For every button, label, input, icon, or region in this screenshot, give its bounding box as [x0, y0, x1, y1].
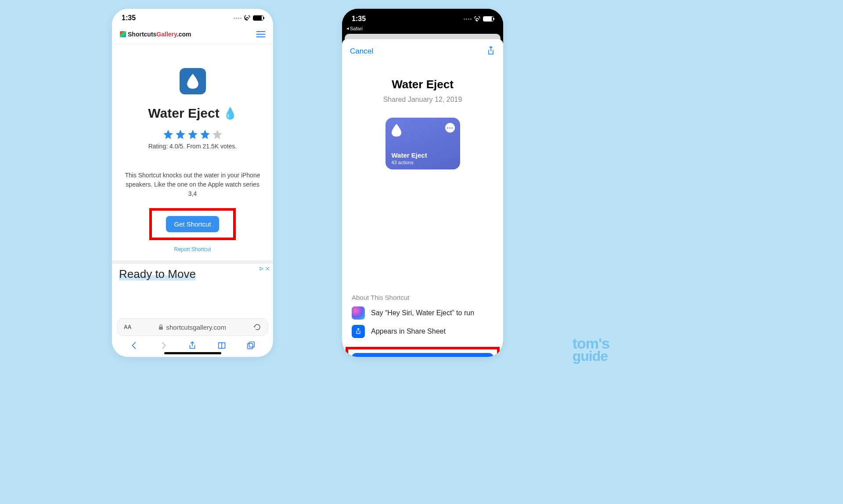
url-display: shortcutsgallery.com — [131, 324, 253, 331]
forward-button — [159, 341, 168, 352]
text-size-button[interactable]: AA — [124, 324, 131, 330]
star-rating[interactable] — [120, 129, 265, 140]
wifi-icon — [244, 15, 251, 21]
reload-icon[interactable] — [253, 323, 261, 331]
star-icon — [175, 129, 186, 140]
status-bar: 1:35 — [112, 9, 273, 25]
site-header: ShortcutsGallery.com — [112, 25, 273, 44]
back-app-label: Safari — [350, 26, 363, 31]
rating-text: Rating: 4.0/5. From 21.5K votes. — [120, 143, 265, 150]
phone-right: 1:35 ◂ Safari Cancel Water Eject Shared … — [342, 9, 503, 357]
more-icon[interactable] — [445, 123, 455, 133]
page-title-text: Water Eject — [148, 106, 219, 121]
share-button[interactable] — [486, 45, 495, 58]
modal-sheet: Cancel Water Eject Shared January 12, 20… — [342, 39, 503, 357]
cellular-dots-icon — [464, 18, 472, 20]
drop-emoji-icon: 💧 — [223, 107, 237, 120]
siri-text: Say “Hey Siri, Water Eject” to run — [371, 309, 474, 317]
tabs-button[interactable] — [246, 341, 256, 352]
modal-header: Cancel — [342, 39, 503, 62]
status-icons — [234, 15, 263, 21]
siri-icon — [352, 306, 365, 320]
watermark: tom's guide — [573, 337, 609, 363]
ad-section: Ready to Move — [112, 260, 273, 281]
water-drop-icon — [187, 74, 198, 89]
bookmarks-button[interactable] — [217, 341, 227, 352]
star-icon — [162, 129, 174, 140]
svg-rect-3 — [249, 342, 254, 347]
star-icon — [199, 129, 211, 140]
main-content: Water Eject 💧 Rating: 4.0/5. From 21.5K … — [112, 44, 273, 252]
back-chevron-icon: ◂ — [346, 25, 349, 31]
star-icon — [187, 129, 198, 140]
app-icon — [180, 68, 206, 94]
status-time: 1:35 — [122, 14, 136, 22]
phone-left: 1:35 ShortcutsGallery.com Water Eject 💧 — [112, 9, 273, 357]
about-section: About This Shortcut Say “Hey Siri, Water… — [342, 294, 503, 343]
share-sheet-icon — [352, 325, 365, 338]
cellular-dots-icon — [234, 18, 241, 19]
ad-title[interactable]: Ready to Move — [119, 267, 196, 281]
card-title: Water Eject — [392, 151, 427, 159]
menu-icon[interactable] — [256, 31, 265, 37]
battery-icon — [253, 15, 263, 21]
about-label: About This Shortcut — [352, 294, 494, 301]
svg-rect-1 — [159, 327, 163, 330]
svg-rect-2 — [248, 343, 253, 349]
safari-address-bar[interactable]: AA shortcutsgallery.com — [117, 318, 268, 336]
cancel-button[interactable]: Cancel — [350, 47, 373, 56]
wifi-icon — [474, 16, 481, 22]
page-title: Water Eject 💧 — [120, 106, 265, 121]
shortcut-title: Water Eject — [353, 78, 493, 91]
site-name: ShortcutsGallery.com — [128, 31, 191, 38]
share-button[interactable] — [187, 341, 197, 352]
status-icons — [464, 16, 494, 22]
svg-point-4 — [476, 20, 478, 21]
status-time: 1:35 — [352, 15, 366, 23]
card-subtitle: 43 actions — [392, 160, 414, 165]
home-indicator[interactable] — [164, 352, 221, 354]
lock-icon — [159, 324, 163, 330]
star-icon — [212, 129, 223, 140]
modal-body: Water Eject Shared January 12, 2019 Wate… — [342, 78, 503, 169]
ad-close-icon — [265, 266, 270, 271]
battery-icon — [483, 16, 494, 22]
shortcut-card[interactable]: Water Eject 43 actions — [385, 118, 460, 169]
status-bar: 1:35 — [342, 9, 503, 25]
get-shortcut-button[interactable]: Get Shortcut — [166, 216, 219, 232]
shared-date: Shared January 12, 2019 — [353, 96, 493, 104]
highlight-box: Get Shortcut — [149, 208, 235, 240]
svg-point-0 — [246, 19, 248, 20]
report-shortcut-link[interactable]: Report Shortcut — [120, 246, 265, 252]
ad-play-icon — [259, 266, 263, 271]
logo-mark-icon — [120, 31, 126, 37]
back-button[interactable] — [130, 341, 139, 352]
water-drop-icon — [392, 124, 401, 137]
share-sheet-row: Appears in Share Sheet — [352, 325, 494, 338]
share-sheet-text: Appears in Share Sheet — [371, 328, 446, 335]
siri-row: Say “Hey Siri, Water Eject” to run — [352, 306, 494, 320]
add-shortcut-button[interactable]: + Add Shortcut — [352, 353, 494, 357]
description-text: This Shortcut knocks out the water in yo… — [120, 171, 265, 198]
site-logo[interactable]: ShortcutsGallery.com — [120, 31, 191, 38]
back-to-app[interactable]: ◂ Safari — [342, 25, 503, 34]
ad-badge[interactable] — [259, 266, 270, 271]
highlight-box: + Add Shortcut — [346, 347, 500, 357]
